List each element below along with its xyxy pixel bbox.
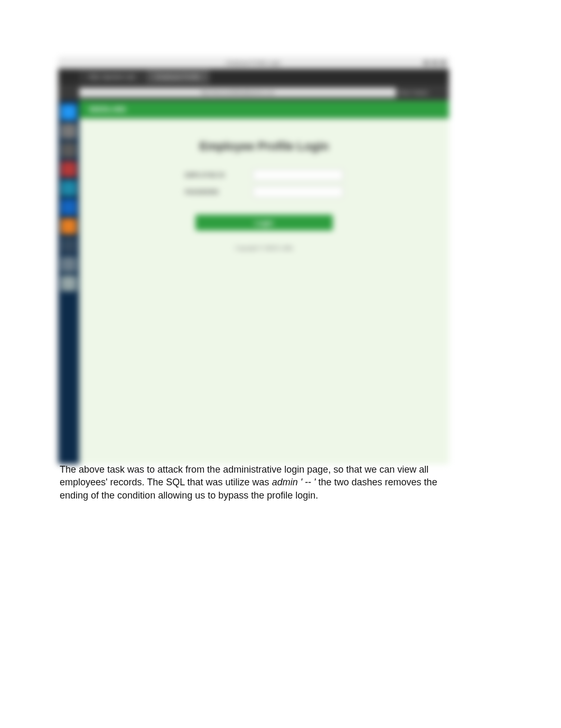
minimize-icon[interactable]	[424, 60, 429, 66]
window-titlebar: Employee Profile Login	[58, 57, 449, 69]
caption-text: the two dashes removes the	[316, 477, 437, 487]
browser-tabbar: SQL Injection Lab Employee Profile	[58, 69, 449, 85]
files-icon[interactable]	[61, 123, 77, 139]
password-label: PASSWORD	[185, 189, 248, 195]
close-icon[interactable]	[441, 60, 446, 66]
brand-label: SEEDLABS	[89, 105, 126, 113]
employee-id-row: EMPLOYEE ID	[185, 169, 343, 181]
employee-id-field[interactable]	[253, 169, 343, 181]
copyright-text: Copyright © SEED LABs	[185, 245, 343, 251]
bookmarks-label[interactable]: Most Visited	[399, 90, 428, 96]
edit-icon[interactable]	[61, 142, 77, 158]
address-field[interactable]: http://www.seedlabsqlinjection.com	[79, 88, 396, 97]
employee-id-label: EMPLOYEE ID	[185, 172, 248, 178]
password-field[interactable]	[253, 186, 343, 198]
caption-paragraph: The above task was to attack from the ad…	[60, 463, 448, 502]
launcher-sidebar	[58, 100, 79, 464]
address-text: http://www.seedlabsqlinjection.com	[201, 90, 275, 95]
caption-text: ending of the condition allowing us to b…	[60, 490, 318, 501]
window-controls	[424, 60, 446, 66]
app-screenshot: Employee Profile Login SQL Injection Lab…	[58, 57, 449, 464]
firefox-icon[interactable]	[61, 218, 77, 234]
browser-addressbar: http://www.seedlabsqlinjection.com Most …	[58, 85, 449, 100]
settings-icon[interactable]	[61, 237, 77, 253]
tab-item[interactable]: SQL Injection Lab	[79, 70, 144, 83]
home-icon[interactable]	[61, 104, 77, 120]
browser-icon[interactable]	[61, 199, 77, 215]
network-icon[interactable]	[61, 180, 77, 196]
tab-label: SQL Injection Lab	[89, 73, 135, 80]
caption-text: employees' records. The SQL that was uti…	[60, 477, 272, 487]
password-row: PASSWORD	[185, 186, 343, 198]
monitor-icon[interactable]	[61, 256, 77, 272]
maximize-icon[interactable]	[432, 60, 437, 66]
trash-icon[interactable]	[61, 275, 77, 291]
login-title: Employee Profile Login	[185, 140, 343, 153]
login-card: Employee Profile Login EMPLOYEE ID PASSW…	[185, 140, 343, 251]
page-content: SEEDLABS Employee Profile Login EMPLOYEE…	[79, 100, 449, 464]
window-title: Employee Profile Login	[227, 60, 281, 66]
page-header: SEEDLABS	[79, 100, 449, 118]
login-button[interactable]: Login	[195, 215, 333, 231]
tab-item[interactable]: Employee Profile	[146, 70, 209, 83]
caption-text: The above task was to attack from the ad…	[60, 464, 428, 475]
terminal-icon[interactable]	[61, 161, 77, 177]
caption-sql: admin ' -- '	[272, 477, 316, 487]
tab-label: Employee Profile	[156, 73, 200, 80]
